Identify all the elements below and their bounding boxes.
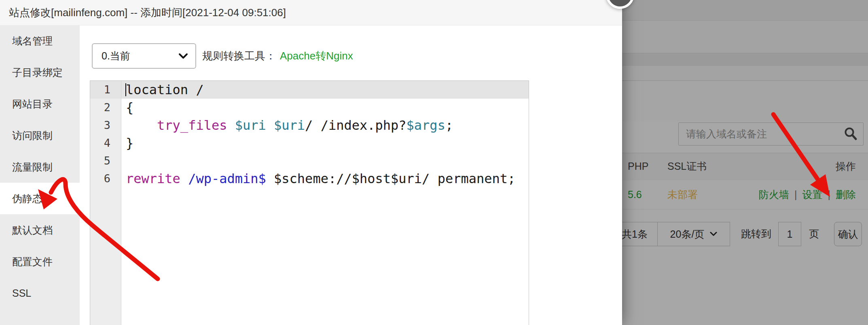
sidebar-item-url-rewrite[interactable]: 伪静态: [0, 183, 80, 214]
screenshot-stage: PHP SSL证书 操作 5.6 未部署 防火墙 | 设置 | 删除 共1条 2…: [0, 0, 868, 325]
line-number: 6: [90, 170, 121, 188]
sidebar-item-ssl[interactable]: SSL: [0, 277, 80, 309]
line-number: 3: [90, 116, 121, 134]
code-line-2: {: [121, 99, 529, 116]
sidebar-item-subdir-bind[interactable]: 子目录绑定: [0, 57, 80, 88]
code-line-5: [121, 152, 529, 170]
line-number: 1: [90, 81, 121, 99]
code-line-1: location /: [121, 81, 529, 99]
sidebar-item-site-directory[interactable]: 网站目录: [0, 88, 80, 120]
sidebar-item-domain-manage[interactable]: 域名管理: [0, 25, 80, 57]
editor-code-area[interactable]: location / { try_files $uri $uri/ /index…: [121, 81, 529, 325]
rewrite-template-value: 0.当前: [93, 49, 178, 63]
modal-title: 站点修改[mailinfeng.com] -- 添加时间[2021-12-04 …: [0, 0, 622, 25]
rewrite-code-editor[interactable]: 1 2 3 4 5 6 location / { try_files $uri …: [90, 80, 529, 325]
editor-gutter: 1 2 3 4 5 6: [90, 81, 121, 325]
line-number: 5: [90, 152, 121, 170]
site-edit-modal: 站点修改[mailinfeng.com] -- 添加时间[2021-12-04 …: [0, 0, 622, 325]
sidebar-item-traffic-limit[interactable]: 流量限制: [0, 151, 80, 183]
sidebar-item-default-doc[interactable]: 默认文档: [0, 214, 80, 246]
rule-convert-label: 规则转换工具：: [202, 50, 276, 62]
modal-sidebar: 域名管理 子目录绑定 网站目录 访问限制 流量限制 伪静态 默认文档 配置文件 …: [0, 25, 80, 325]
rewrite-template-select[interactable]: 0.当前: [92, 43, 196, 69]
chevron-down-icon: [178, 53, 188, 59]
text-cursor: [125, 83, 126, 96]
line-number: 2: [90, 99, 121, 116]
line-number: 4: [90, 134, 121, 152]
code-line-4: }: [121, 134, 529, 152]
modal-title-bar: 站点修改[mailinfeng.com] -- 添加时间[2021-12-04 …: [0, 0, 622, 25]
apache-to-nginx-link[interactable]: Apache转Nginx: [280, 50, 353, 62]
code-line-6: rewrite /wp-admin$ $scheme://$host$uri/ …: [121, 170, 529, 188]
sidebar-item-access-limit[interactable]: 访问限制: [0, 120, 80, 151]
sidebar-item-config-file[interactable]: 配置文件: [0, 246, 80, 277]
code-line-3: try_files $uri $uri/ /index.php?$args;: [121, 116, 529, 134]
